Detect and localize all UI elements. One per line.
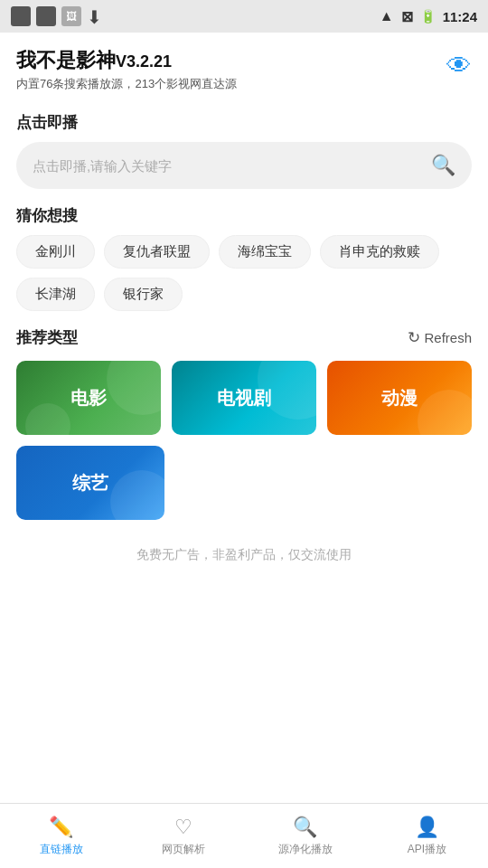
tag-5[interactable]: 银行家 xyxy=(104,278,183,311)
app-header: 我不是影神V3.2.21 内置76条搜索播放源，213个影视网直达源 👁 xyxy=(0,33,488,99)
category-movie[interactable]: 电影 xyxy=(16,361,161,435)
status-bar-right: ▲ ⊠ 🔋 11:24 xyxy=(380,8,477,25)
nav-purify-icon: 🔍 xyxy=(293,816,317,839)
nav-direct-label: 直链播放 xyxy=(40,842,83,857)
category-anime[interactable]: 动漫 xyxy=(327,361,472,435)
refresh-button[interactable]: ↻ Refresh xyxy=(408,328,472,347)
bottom-nav: ✏️ 直链播放 ♡ 网页解析 🔍 源净化播放 👤 API播放 xyxy=(0,803,488,868)
nav-web[interactable]: ♡ 网页解析 xyxy=(122,804,244,868)
nav-direct-icon: ✏️ xyxy=(49,816,73,839)
tag-3[interactable]: 肖申克的救赎 xyxy=(320,235,439,269)
search-button[interactable]: 🔍 xyxy=(431,154,455,177)
status-bar: 🖼 ⬇ ▲ ⊠ 🔋 11:24 xyxy=(0,0,488,33)
search-input[interactable] xyxy=(33,158,431,174)
category-variety[interactable]: 综艺 xyxy=(16,446,164,520)
signal-icon: ⊠ xyxy=(401,8,413,25)
category-movie-label: 电影 xyxy=(70,386,107,410)
app-icon-2 xyxy=(36,6,56,26)
nav-web-icon: ♡ xyxy=(174,816,192,839)
category-variety-label: 综艺 xyxy=(72,471,108,495)
guess-label: 猜你想搜 xyxy=(16,205,472,226)
nav-purify-label: 源净化播放 xyxy=(278,842,333,857)
battery-icon: 🔋 xyxy=(420,9,436,24)
time-display: 11:24 xyxy=(443,9,477,24)
tag-4[interactable]: 长津湖 xyxy=(16,278,95,311)
nav-direct[interactable]: ✏️ 直链播放 xyxy=(0,804,122,868)
play-section-label: 点击即播 xyxy=(16,112,472,133)
category-grid: 电影 电视剧 动漫 综艺 xyxy=(16,361,472,520)
main-content: 点击即播 🔍 猜你想搜 金刚川 复仇者联盟 海绵宝宝 肖申克的救赎 长津湖 银行… xyxy=(0,99,488,803)
app-icon-3: 🖼 xyxy=(61,6,81,26)
nav-web-label: 网页解析 xyxy=(162,842,205,857)
tag-1[interactable]: 复仇者联盟 xyxy=(104,235,210,269)
app-title: 我不是影神V3.2.21 xyxy=(16,47,237,74)
recommend-header: 推荐类型 ↻ Refresh xyxy=(16,327,472,348)
category-tv[interactable]: 电视剧 xyxy=(172,361,316,435)
category-anime-label: 动漫 xyxy=(381,386,418,410)
status-bar-left: 🖼 ⬇ xyxy=(11,6,105,26)
tags-row: 金刚川 复仇者联盟 海绵宝宝 肖申克的救赎 长津湖 银行家 xyxy=(16,235,472,311)
app-icon-1 xyxy=(11,6,31,26)
recommend-label: 推荐类型 xyxy=(16,327,78,348)
wifi-icon: ▲ xyxy=(380,8,394,24)
header-info: 我不是影神V3.2.21 内置76条搜索播放源，213个影视网直达源 xyxy=(16,47,237,92)
tag-0[interactable]: 金刚川 xyxy=(16,235,95,269)
download-icon: ⬇ xyxy=(87,6,105,26)
nav-api-label: API播放 xyxy=(408,842,446,857)
nav-api-icon: 👤 xyxy=(415,816,439,839)
refresh-icon: ↻ xyxy=(408,328,420,347)
footer-text: 免费无广告，非盈利产品，仅交流使用 xyxy=(16,520,472,580)
category-row-2: 综艺 xyxy=(16,446,472,520)
refresh-label: Refresh xyxy=(424,330,472,345)
nav-api[interactable]: 👤 API播放 xyxy=(366,804,488,868)
nav-purify[interactable]: 🔍 源净化播放 xyxy=(244,804,366,868)
eye-icon[interactable]: 👁 xyxy=(446,51,472,80)
tag-2[interactable]: 海绵宝宝 xyxy=(219,235,311,269)
category-row-1: 电影 电视剧 动漫 xyxy=(16,361,472,435)
search-bar[interactable]: 🔍 xyxy=(16,142,472,189)
app-subtitle: 内置76条搜索播放源，213个影视网直达源 xyxy=(16,76,237,92)
guess-section: 猜你想搜 金刚川 复仇者联盟 海绵宝宝 肖申克的救赎 长津湖 银行家 xyxy=(16,205,472,311)
